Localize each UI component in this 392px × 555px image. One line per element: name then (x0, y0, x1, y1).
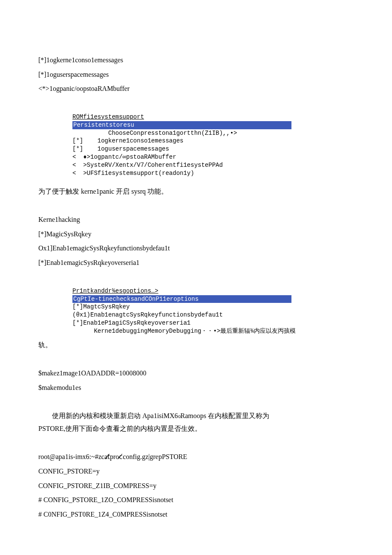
page-content: [*]1ogkerne1conso1emessages [*]1ogusersp… (0, 0, 392, 549)
mono-line: [*]Enab1eP1agiCSysRqkeyoverseria1 (72, 320, 190, 326)
config-line: # C0NFIG_PST0RE_1Z4_C0MPRESSisnotset (38, 509, 354, 520)
config-line: Ox1]Enab1emagicSysRqkeyfunctionsbydefau1… (38, 243, 354, 254)
mono-block-2: Pr1ntkanddr¾esgoptions…> CgPtIe-tinechec… (72, 287, 354, 335)
config-line: # CONFIG_PSTORE_1ZO_COMPRESSisnotset (38, 494, 354, 506)
config-line: [*]1ogkerne1conso1emessages (38, 55, 354, 66)
config-line: [*]Enab1emagicSysRqkeyoverseria1 (38, 257, 354, 268)
mono-line: ChooseConpresstona1gortthn(Z1IB),,•> (72, 130, 237, 137)
paragraph-tail: 轨。 (38, 339, 354, 352)
mono-underline: ROMfi1esystemsupport (72, 113, 144, 120)
config-line: CONFIG_PSTORE=y (38, 466, 354, 477)
config-line: <*>1ogpanic/oopstoaRAMbuffer (38, 83, 354, 94)
mono-line: < >UFSfi1esystemsupport(readon1y) (72, 170, 194, 177)
config-line: Kerne1hacking (38, 214, 354, 225)
paragraph: 为了便于触发 kerne1panic 开启 sysrq 功能。 (38, 185, 354, 198)
mono-underline: Pr1ntkanddr¾esgoptions…> (72, 288, 159, 294)
mono-line: Kerne1debuggingMemoryDebugging・・•>最后重新辐¾… (72, 328, 296, 334)
config-line: [*]MagicSysRqkey (38, 229, 354, 240)
mono-line: (θx1)Enab1enagtcSysRqkeyfunctionsbydefau… (72, 311, 223, 318)
config-line: CONFIG_PSTORE_Z1IB_COMPRESS=y (38, 480, 354, 491)
mono-line: [*]MagtcSysRqkey (72, 303, 130, 310)
mono-highlight: CgPtIe-tinechecksandCOnP11eroptions (72, 295, 291, 303)
mono-block-1: ROMfi1esystemsupport Persistentstoresu C… (72, 113, 354, 177)
mono-line: < ♦>1ogpantc/∞pstoaRAMbuffer (72, 154, 176, 160)
config-line: $makemodu1es (38, 382, 354, 393)
paragraph: 使用新的内核和模块重新启动 Apa1isiMX6₀Ramoops 在内核配置里又… (38, 410, 354, 422)
mono-line: [*] 1oguserspacemessages (72, 145, 169, 152)
mono-highlight: Persistentstoresu (72, 121, 291, 129)
config-line: $makez1mage1OADADDR=10008000 (38, 368, 354, 379)
mono-line: < >SysteRV/Xentx/V7/Coherentfi1esystePPA… (72, 162, 223, 169)
config-line: root@apa1is-imx6:~#zcat̸proc̸config.gz|g… (38, 451, 354, 462)
mono-line: [*] 1ogkerne1conso1emessages (72, 137, 183, 144)
config-line: [*]1oguserspacemessages (38, 69, 354, 80)
paragraph: PSTORE,使用下面命令查看之前的内核内置是否生效。 (38, 422, 354, 435)
